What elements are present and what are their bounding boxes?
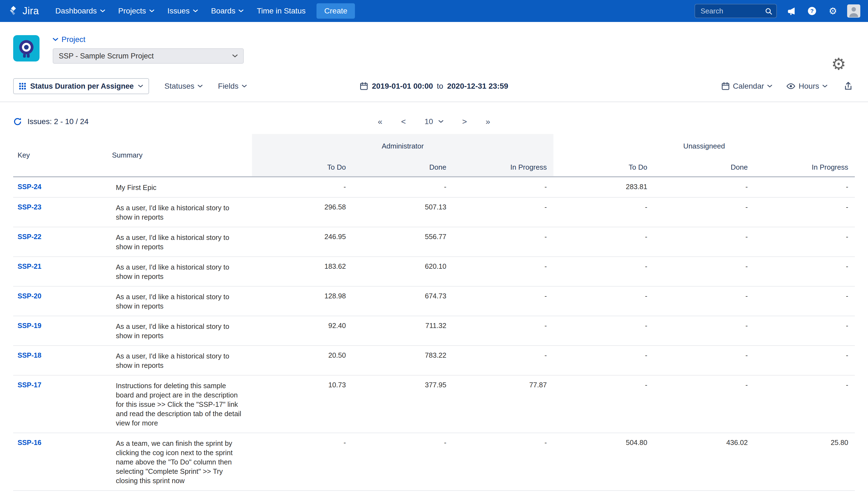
report-type-label: Status Duration per Assignee — [30, 82, 134, 91]
column-header-unassigned-todo[interactable]: To Do — [554, 158, 654, 177]
app-window: Jira Dashboards Projects Issues Boards T… — [0, 0, 868, 493]
nav-item-projects[interactable]: Projects — [112, 0, 161, 22]
duration-value: - — [453, 316, 554, 346]
issue-summary: As a scrum master, I can see the progres… — [112, 491, 252, 493]
duration-value: - — [554, 316, 654, 346]
duration-value: - — [654, 286, 754, 316]
status-duration-table-wrap: Key Summary Administrator Unassigneed To… — [0, 131, 868, 493]
column-header-unassigned-done[interactable]: Done — [654, 158, 754, 177]
table-row: SSP-23 As a user, I'd like a historical … — [13, 197, 855, 227]
nav-item-label: Dashboards — [56, 6, 97, 15]
table-row: SSP-18 As a user, I'd like a historical … — [13, 346, 855, 375]
issue-key-link[interactable]: SSP-21 — [18, 262, 41, 270]
refresh-icon[interactable] — [13, 117, 22, 126]
table-row: SSP-15 As a scrum master, I can see the … — [13, 491, 855, 493]
issue-key-link[interactable]: SSP-19 — [18, 322, 41, 329]
column-header-admin-inprogress[interactable]: In Progress — [453, 158, 554, 177]
pagination-next-button[interactable]: > — [462, 117, 467, 126]
duration-value: - — [453, 346, 554, 375]
column-header-admin-todo[interactable]: To Do — [252, 158, 352, 177]
pagination-prev-button[interactable]: < — [401, 117, 406, 126]
date-range-picker[interactable]: 2019-01-01 00:00 to 2020-12-31 23:59 — [360, 82, 508, 91]
nav-item-label: Issues — [168, 6, 190, 15]
announcement-icon[interactable] — [784, 4, 798, 18]
chevron-down-icon — [242, 85, 247, 88]
duration-value: 25.80 — [754, 433, 855, 491]
issue-summary: As a user, I'd like a historical story t… — [112, 316, 252, 346]
nav-item-label: Time in Status — [257, 6, 306, 15]
issue-key-link[interactable]: SSP-24 — [18, 183, 41, 191]
issue-key-link[interactable]: SSP-18 — [18, 351, 41, 359]
chevron-down-icon — [439, 120, 443, 123]
duration-value: 57.87 — [754, 491, 855, 493]
duration-value: - — [252, 491, 352, 493]
duration-value: 783.22 — [352, 346, 453, 375]
issue-key-link[interactable]: SSP-16 — [18, 438, 41, 446]
settings-gear-icon[interactable]: ⚙ — [826, 4, 840, 18]
column-header-admin-done[interactable]: Done — [352, 158, 453, 177]
issue-key-link[interactable]: SSP-23 — [18, 203, 41, 211]
hours-display-button[interactable]: Hours — [786, 82, 827, 91]
nav-item-issues[interactable]: Issues — [161, 0, 204, 22]
svg-text:?: ? — [810, 8, 813, 14]
table-row: SSP-16 As a team, we can finish the spri… — [13, 433, 855, 491]
duration-value: 183.62 — [252, 257, 352, 286]
duration-value: 128.98 — [252, 286, 352, 316]
nav-item-label: Boards — [211, 6, 236, 15]
duration-value: - — [554, 286, 654, 316]
brand-text: Jira — [22, 5, 39, 17]
duration-value: - — [754, 257, 855, 286]
project-breadcrumb-link[interactable]: Project — [53, 35, 244, 44]
duration-value: - — [654, 197, 754, 227]
issue-key-link[interactable]: SSP-20 — [18, 292, 41, 300]
report-settings-gear-icon[interactable]: ⚙ — [831, 56, 846, 72]
chevron-down-icon — [239, 9, 243, 13]
search-icon[interactable] — [765, 7, 773, 17]
fields-button[interactable]: Fields — [218, 82, 247, 91]
duration-value: 246.95 — [252, 227, 352, 257]
help-icon[interactable]: ? — [805, 4, 819, 18]
duration-value: 77.87 — [453, 375, 554, 433]
duration-value: 504.80 — [554, 433, 654, 491]
group-header-unassigned: Unassigneed — [554, 134, 855, 158]
duration-value: - — [654, 346, 754, 375]
table-row: SSP-20 As a user, I'd like a historical … — [13, 286, 855, 316]
statuses-button[interactable]: Statuses — [165, 82, 202, 91]
fields-label: Fields — [218, 82, 239, 91]
calendar-mode-button[interactable]: Calendar — [721, 82, 773, 91]
issue-key-link[interactable]: SSP-17 — [18, 381, 41, 389]
jira-logo[interactable]: Jira — [8, 5, 39, 17]
table-row: SSP-22 As a user, I'd like a historical … — [13, 227, 855, 257]
nav-item-dashboards[interactable]: Dashboards — [49, 0, 112, 22]
report-type-button[interactable]: Status Duration per Assignee — [13, 78, 149, 94]
column-header-unassigned-inprogress[interactable]: In Progress — [754, 158, 855, 177]
duration-value: - — [352, 433, 453, 491]
pagination-first-button[interactable]: « — [378, 117, 383, 126]
duration-value: - — [554, 346, 654, 375]
issue-key-link[interactable]: SSP-22 — [18, 233, 41, 240]
duration-value: 377.95 — [352, 375, 453, 433]
search-input[interactable] — [695, 4, 777, 18]
duration-value: 674.73 — [352, 286, 453, 316]
nav-item-boards[interactable]: Boards — [204, 0, 251, 22]
issues-count-label: Issues: 2 - 10 / 24 — [27, 117, 89, 126]
table-row: SSP-24 My First Epic - - - 283.81 - - — [13, 177, 855, 197]
nav-item-time-in-status[interactable]: Time in Status — [250, 0, 312, 22]
create-button[interactable]: Create — [317, 3, 355, 19]
project-avatar — [13, 35, 40, 62]
project-select[interactable]: SSP - Sample Scrum Project — [53, 48, 244, 64]
hours-label: Hours — [799, 82, 819, 91]
export-icon[interactable] — [842, 80, 855, 93]
user-avatar[interactable] — [847, 4, 860, 18]
duration-value: - — [453, 257, 554, 286]
issue-summary: As a user, I'd like a historical story t… — [112, 257, 252, 286]
duration-value: - — [252, 433, 352, 491]
pagination-last-button[interactable]: » — [485, 117, 490, 126]
calendar-mode-label: Calendar — [733, 82, 764, 91]
chevron-down-icon — [822, 85, 827, 88]
page-size-select[interactable]: 10 — [425, 117, 443, 126]
report-toolbar: Status Duration per Assignee Statuses Fi… — [0, 78, 868, 94]
column-header-summary[interactable]: Summary — [112, 134, 252, 177]
column-header-key[interactable]: Key — [13, 134, 112, 177]
duration-value: - — [654, 177, 754, 197]
